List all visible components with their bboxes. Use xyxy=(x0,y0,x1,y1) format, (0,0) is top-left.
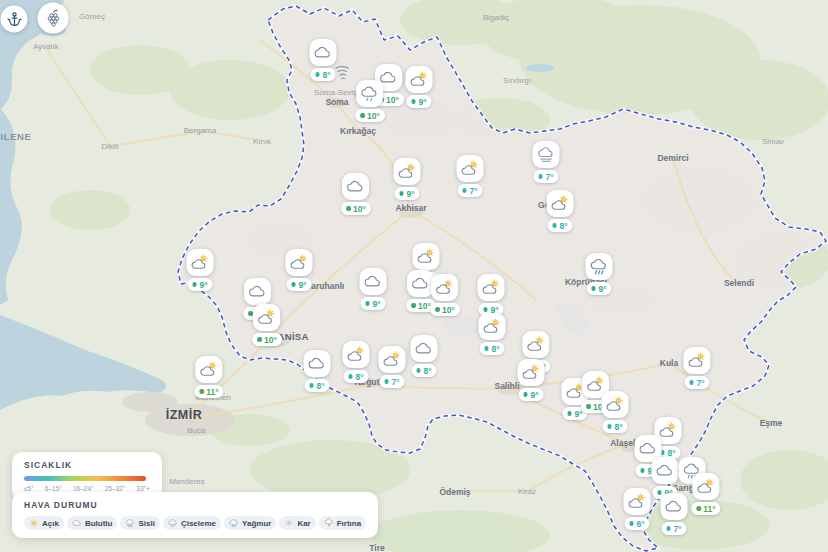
weather-legend-chip-storm: Fırtına xyxy=(319,516,366,530)
rain-icon xyxy=(229,518,239,528)
anchor-poi-badge[interactable] xyxy=(1,6,28,33)
weather-legend-chip-label: Çiseleme xyxy=(181,519,216,528)
grapes-icon xyxy=(43,8,63,28)
temperature-tick: 6–15° xyxy=(45,485,62,492)
weather-legend-title: HAVA DURUMU xyxy=(24,500,366,510)
snow-icon xyxy=(284,518,294,528)
weather-legend-chip-drizzle: Çiseleme xyxy=(163,516,221,530)
grapes-poi-badge[interactable] xyxy=(38,3,69,34)
weather-legend-chip-sun: Açık xyxy=(24,516,64,530)
weather-legend-chip-label: Açık xyxy=(42,519,59,528)
weather-legend-chip-label: Kar xyxy=(297,519,310,528)
temperature-tick: 16–24° xyxy=(73,485,94,492)
temperature-gradient-ticks: ≤5°6–15°16–24°25–32°33°+ xyxy=(24,485,150,492)
weather-legend-items: AçıkBulutluSisliÇiselemeYağmurKarFırtına xyxy=(24,516,366,530)
weather-legend-chip-fog: Sisli xyxy=(120,516,159,530)
temperature-tick: 33°+ xyxy=(136,485,150,492)
weather-legend-panel: HAVA DURUMU AçıkBulutluSisliÇiselemeYağm… xyxy=(12,492,378,538)
weather-legend-chip-label: Yağmur xyxy=(242,519,271,528)
weather-legend-chip-label: Sisli xyxy=(138,519,154,528)
storm-icon xyxy=(324,518,334,528)
weather-legend-chip-rain: Yağmur xyxy=(224,516,276,530)
temperature-tick: 25–32° xyxy=(105,485,126,492)
anchor-icon xyxy=(5,10,23,28)
sun-icon xyxy=(29,518,39,528)
temperature-legend-title: SICAKLIK xyxy=(24,460,150,470)
weather-map-app: GömeçAyvalıkBigadiçSındırgıILENEDikiliBe… xyxy=(0,0,828,552)
fog-icon xyxy=(125,518,135,528)
drizzle-icon xyxy=(168,518,178,528)
weather-legend-chip-cloud: Bulutlu xyxy=(67,516,118,530)
cloud-icon xyxy=(72,518,82,528)
temperature-gradient-bar xyxy=(24,476,146,481)
weather-legend-chip-label: Fırtına xyxy=(337,519,361,528)
temperature-tick: ≤5° xyxy=(24,485,34,492)
weather-legend-chip-label: Bulutlu xyxy=(85,519,113,528)
weather-legend-chip-snow: Kar xyxy=(279,516,315,530)
